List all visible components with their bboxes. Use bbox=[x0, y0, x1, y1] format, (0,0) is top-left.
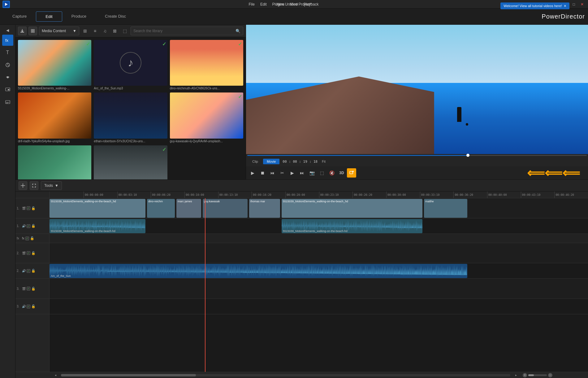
clip-0-5[interactable]: 5515039_MotionElements_walking-on-the-be… bbox=[282, 199, 422, 218]
close-button[interactable]: ✕ bbox=[579, 2, 586, 6]
plugin-button[interactable] bbox=[28, 27, 37, 35]
timeline-fit-button[interactable] bbox=[30, 181, 38, 190]
preview-tab-movie[interactable]: Movie bbox=[263, 159, 279, 164]
track-visible-checkbox[interactable]: ✓ bbox=[27, 305, 30, 308]
track-lock-icon[interactable]: 🔓 bbox=[31, 269, 36, 273]
sidebar-audio-icon[interactable] bbox=[2, 72, 13, 83]
scroll-left-button[interactable]: ◂ bbox=[51, 373, 60, 377]
maximize-button[interactable]: □ bbox=[571, 2, 577, 6]
view-list-button[interactable]: ≡ bbox=[91, 27, 99, 35]
track-lock-icon[interactable]: 🔓 bbox=[31, 304, 36, 308]
svg-rect-11 bbox=[31, 29, 32, 31]
view-sort-button[interactable]: ⊠ bbox=[111, 27, 119, 35]
scroll-track[interactable] bbox=[61, 374, 510, 376]
playhead-bar[interactable] bbox=[246, 154, 588, 157]
track-visible-checkbox[interactable]: ✓ bbox=[27, 251, 30, 255]
clip-0-6[interactable]: matthe bbox=[424, 199, 467, 218]
snapshot-button[interactable]: 📷 bbox=[307, 168, 317, 178]
content-area: Media Content ▼ ⊞ ≡ ♫ ⊠ ⬚ 🔍 ✓551 bbox=[15, 25, 588, 378]
media-item-2[interactable]: ♪✓Arc_of_the_Sun.mp3 bbox=[94, 40, 167, 90]
media-item-1[interactable]: ✓5515039_MotionElements_walking-... bbox=[18, 40, 91, 90]
tab-capture[interactable]: Capture bbox=[3, 11, 36, 22]
track-visible-checkbox[interactable]: ✓ bbox=[27, 269, 30, 273]
next-frame-button[interactable]: ⏭ bbox=[297, 168, 307, 178]
scroll-thumb[interactable] bbox=[61, 374, 196, 376]
search-box[interactable]: 🔍 bbox=[131, 27, 243, 35]
main-layout: ◀ fx T bbox=[0, 25, 588, 378]
clip-0-4[interactable]: thomas mar bbox=[249, 199, 280, 218]
track-visible-checkbox[interactable]: ✓ bbox=[27, 206, 30, 210]
tab-edit[interactable]: Edit bbox=[36, 11, 62, 22]
clip-1-0[interactable]: 5515039_MotionElements_walking-on-the-be… bbox=[50, 219, 145, 233]
track-lock-icon[interactable]: 🔓 bbox=[31, 224, 36, 228]
external-monitor-button[interactable] bbox=[347, 168, 356, 178]
track-lock-icon[interactable]: 🔓 bbox=[31, 251, 36, 255]
view-extra-button[interactable]: ⬚ bbox=[121, 27, 129, 35]
stop-button[interactable]: ⏹ bbox=[258, 168, 267, 178]
track-visible-checkbox[interactable]: ✓ bbox=[27, 224, 30, 228]
media-item-3[interactable]: ✓dino-reichmuth-A5rCN8626Ck-uns... bbox=[170, 40, 243, 90]
track-lock-icon[interactable]: 🔓 bbox=[31, 206, 36, 210]
track-type-icon: 🔊 bbox=[22, 305, 26, 308]
timeline-scrollbar[interactable]: ◂ ▸ + − bbox=[15, 372, 588, 378]
mute-button[interactable]: 🔇 bbox=[327, 168, 336, 178]
zoom-in-button[interactable]: + bbox=[523, 373, 527, 377]
track-visible-checkbox[interactable]: ✓ bbox=[27, 287, 30, 290]
play-from-button[interactable]: ▶ bbox=[288, 168, 297, 178]
sidebar-text-icon[interactable]: T bbox=[2, 47, 13, 58]
sidebar-collapse-button[interactable]: ◀ bbox=[2, 27, 13, 33]
media-item-5[interactable]: ethan-robertson-SYx3UCHZJlo-uns... bbox=[94, 92, 167, 143]
media-thumb-2: ♪✓ bbox=[94, 40, 167, 86]
split-button[interactable]: ✂ bbox=[278, 168, 287, 178]
media-item-7[interactable] bbox=[18, 145, 91, 179]
track-header-1: 1.🔊✓🔓 bbox=[15, 218, 49, 234]
media-item-8[interactable]: ✓ bbox=[94, 145, 167, 179]
playhead-track[interactable] bbox=[247, 155, 587, 156]
play-button[interactable]: ▶ bbox=[248, 168, 257, 178]
prev-frame-button[interactable]: ⏮ bbox=[268, 168, 277, 178]
sidebar-color-icon[interactable] bbox=[2, 59, 13, 71]
ruler-mark: 00:00:20:00 bbox=[285, 191, 319, 198]
clip-0-0[interactable]: 5515039_MotionElements_walking-on-the-be… bbox=[50, 199, 145, 218]
import-button[interactable] bbox=[18, 27, 27, 35]
tab-produce[interactable]: Produce bbox=[62, 11, 96, 22]
tab-create-disc[interactable]: Create Disc bbox=[96, 11, 135, 22]
checkmark-icon: ✓ bbox=[238, 41, 242, 47]
clip-1-1[interactable]: 5515039_MotionElements_walking-on-the-be… bbox=[282, 219, 422, 233]
zoom-out-button[interactable]: − bbox=[548, 373, 552, 377]
clip-0-2[interactable]: marc james bbox=[176, 199, 201, 218]
scroll-right-button[interactable]: ▸ bbox=[512, 373, 520, 377]
zoom-slider[interactable] bbox=[528, 374, 547, 376]
clip-4-0[interactable]: Arc_of_the_Sun bbox=[50, 264, 467, 278]
clip-0-3[interactable]: guy.kawasak bbox=[203, 199, 248, 218]
tools-dropdown[interactable]: Tools ▼ bbox=[41, 181, 62, 190]
menu-edit[interactable]: Edit bbox=[258, 2, 269, 7]
sidebar-pip-icon[interactable] bbox=[2, 84, 13, 95]
tools-arrow-icon: ▼ bbox=[55, 183, 58, 188]
track-lock-icon[interactable]: 🔓 bbox=[31, 287, 36, 291]
fx-lock-icon[interactable]: 🔓 bbox=[30, 236, 34, 240]
track-header-0: 1.🎬✓🔓 bbox=[15, 198, 49, 218]
fx-visible-checkbox[interactable]: ✓ bbox=[25, 237, 29, 240]
track-header-6: 3.🔊✓🔓 bbox=[15, 299, 49, 314]
sidebar-fx-icon[interactable]: fx bbox=[2, 35, 13, 46]
sidebar-subtitle-icon[interactable] bbox=[2, 97, 13, 108]
view-grid-button[interactable]: ⊞ bbox=[81, 27, 89, 35]
preview-tab-clip[interactable]: Clip bbox=[249, 159, 262, 164]
timeline-split-button[interactable] bbox=[19, 181, 27, 190]
clip-label: Arc_of_the_Sun bbox=[51, 274, 71, 277]
search-input[interactable] bbox=[133, 29, 236, 33]
checkmark-icon: ✓ bbox=[162, 147, 166, 152]
fullscreen-button[interactable]: ⬚ bbox=[317, 168, 326, 178]
clip-0-1[interactable]: dino-reichm bbox=[147, 199, 175, 218]
menu-file[interactable]: File bbox=[246, 2, 257, 7]
media-item-6[interactable]: ✓guy-kawasaki-iij-QvyRAnM-unsplash... bbox=[170, 92, 243, 143]
3d-button[interactable]: 3D bbox=[337, 168, 346, 178]
tutorial-close-button[interactable]: × bbox=[564, 3, 566, 8]
content-type-dropdown[interactable]: Media Content ▼ bbox=[39, 27, 79, 35]
media-label-2: Arc_of_the_Sun.mp3 bbox=[94, 87, 167, 90]
view-audio-button[interactable]: ♫ bbox=[101, 27, 109, 35]
ruler-mark: 00:00:46:20 bbox=[554, 191, 588, 198]
media-item-4[interactable]: drif-riadh-YpkuRnS4y4w-unsplash.jpg bbox=[18, 92, 91, 143]
media-label-4: drif-riadh-YpkuRnS4y4w-unsplash.jpg bbox=[18, 140, 91, 143]
